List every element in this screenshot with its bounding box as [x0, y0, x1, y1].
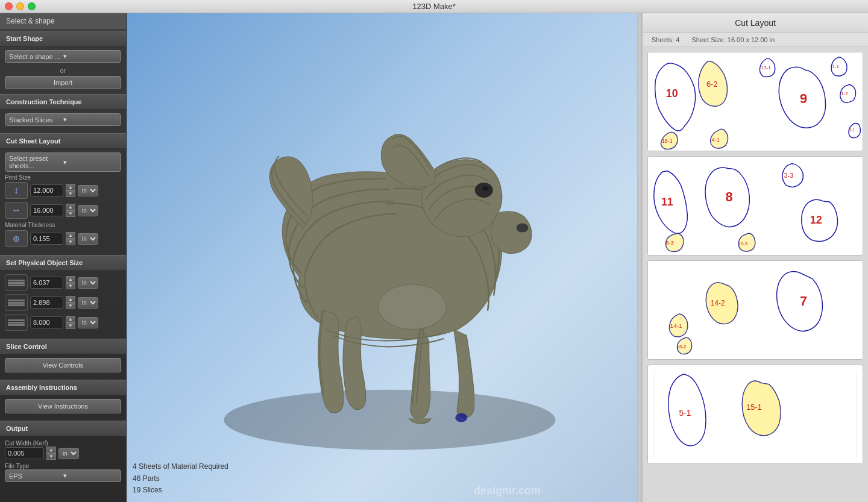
thickness-up-button[interactable]: ▲	[66, 232, 75, 239]
preset-dropdown-arrow: ▾	[63, 158, 118, 166]
dog-container	[127, 13, 637, 502]
y-stepper: ▲ ▼	[66, 296, 75, 309]
y-size-input[interactable]	[30, 296, 63, 309]
start-shape-content: Select a shape ... ▾ or Import	[0, 46, 126, 93]
file-type-row: EPS ▾	[5, 469, 121, 482]
sheet-3[interactable]: 7 14-2 14-1 16-2	[647, 260, 863, 360]
width-up-button[interactable]: ▲	[66, 204, 75, 210]
svg-text:14-2: 14-2	[711, 299, 725, 307]
section-assembly: Assembly Instructions	[0, 380, 126, 395]
shadow	[224, 389, 555, 450]
svg-point-4	[378, 284, 446, 329]
file-type-arrow: ▾	[63, 472, 118, 480]
y-down-button[interactable]: ▼	[66, 303, 75, 309]
sheet-4[interactable]: 5-1 15-1	[647, 365, 863, 464]
cut-width-down-button[interactable]: ▼	[46, 453, 56, 460]
svg-text:7: 7	[800, 293, 807, 309]
thickness-icon	[5, 230, 28, 247]
y-unit-select[interactable]: in mm	[78, 297, 98, 309]
svg-text:1-1: 1-1	[832, 64, 838, 69]
y-input-row: ▲ ▼ in mm	[5, 294, 121, 311]
svg-text:3-3: 3-3	[784, 172, 793, 179]
z-size-input[interactable]	[30, 316, 63, 328]
svg-text:11: 11	[661, 196, 673, 208]
thickness-input[interactable]	[30, 233, 63, 245]
close-button[interactable]	[5, 2, 13, 10]
thickness-symbol-icon	[13, 233, 20, 244]
layout-sheets-container[interactable]: 10 6-2 9 16-1 4-1	[643, 47, 868, 502]
height-icon	[5, 182, 28, 199]
y-up-button[interactable]: ▲	[66, 296, 75, 303]
assembly-content: View Instructions	[0, 395, 126, 419]
svg-text:16-2: 16-2	[677, 344, 687, 350]
height-unit-select[interactable]: in mm	[78, 185, 98, 196]
svg-text:16-1: 16-1	[662, 138, 673, 144]
x-up-button[interactable]: ▲	[66, 276, 75, 283]
print-size-label: Print Size	[5, 174, 121, 181]
file-type-dropdown[interactable]: EPS ▾	[5, 469, 121, 482]
z-up-button[interactable]: ▲	[66, 316, 75, 322]
height-down-button[interactable]: ▼	[66, 190, 75, 197]
svg-text:13-1: 13-1	[761, 65, 771, 71]
minimize-button[interactable]	[16, 2, 24, 10]
section-output: Output	[0, 421, 126, 436]
height-up-button[interactable]: ▲	[66, 184, 75, 190]
cut-width-input[interactable]	[5, 447, 44, 459]
sidebar: Select & shape Start Shape Select a shap…	[0, 13, 127, 502]
or-text: or	[5, 65, 121, 76]
right-panel: Cut Layout Sheets: 4 Sheet Size: 16.00 x…	[642, 13, 868, 502]
construction-content: Stacked Slices ▾	[0, 110, 126, 132]
resize-divider[interactable]	[637, 13, 642, 502]
z-unit-select[interactable]: in mm	[78, 317, 98, 328]
height-input[interactable]	[30, 184, 63, 196]
height-input-row: ▲ ▼ in mm	[5, 182, 121, 199]
maximize-button[interactable]	[28, 2, 36, 10]
dog-model-svg	[156, 47, 608, 469]
svg-text:9: 9	[800, 91, 807, 106]
svg-rect-5	[648, 52, 863, 151]
section-start-shape: Start Shape	[0, 31, 126, 46]
shape-dropdown[interactable]: Select a shape ... ▾	[5, 50, 121, 63]
svg-text:16-3: 16-3	[738, 241, 747, 246]
parts-count-text: 46 Parts	[133, 473, 228, 485]
x-input-row: ▲ ▼ in mm	[5, 274, 121, 291]
svg-text:10: 10	[666, 87, 678, 99]
shape-dropdown-arrow: ▾	[63, 52, 118, 60]
cut-width-unit-select[interactable]: in mm	[58, 448, 79, 459]
cut-width-up-button[interactable]: ▲	[46, 447, 56, 453]
stack-icon-z	[5, 314, 28, 331]
z-stepper: ▲ ▼	[66, 316, 75, 329]
thickness-stepper: ▲ ▼	[66, 232, 75, 245]
svg-text:14-1: 14-1	[670, 322, 682, 329]
sheet-1[interactable]: 10 6-2 9 16-1 4-1	[647, 52, 863, 151]
x-unit-select[interactable]: in mm	[78, 277, 98, 289]
width-stepper: ▲ ▼	[66, 204, 75, 217]
thickness-unit-select[interactable]: in mm	[78, 233, 98, 245]
cut-layout-title: Cut Layout	[643, 13, 868, 33]
svg-point-0	[516, 223, 528, 232]
x-stepper: ▲ ▼	[66, 276, 75, 289]
viewport-info: 4 Sheets of Material Required 46 Parts 1…	[133, 461, 228, 496]
physical-size-content: ▲ ▼ in mm ▲ ▼	[0, 271, 126, 337]
preset-sheets-dropdown[interactable]: Select preset sheets... ▾	[5, 152, 121, 172]
construction-dropdown[interactable]: Stacked Slices ▾	[5, 113, 121, 126]
view-instructions-button[interactable]: View Instructions	[5, 399, 121, 413]
sheet-2[interactable]: 11 8 3-3 12 6-3	[647, 156, 863, 256]
svg-text:9-1: 9-1	[849, 128, 855, 132]
width-unit-select[interactable]: in mm	[78, 205, 98, 216]
x-down-button[interactable]: ▼	[66, 283, 75, 289]
thickness-input-row: ▲ ▼ in mm	[5, 230, 121, 247]
import-button[interactable]: Import	[5, 76, 121, 89]
cut-width-input-row: ▲ ▼ in mm	[5, 447, 121, 460]
svg-text:15-1: 15-1	[746, 403, 762, 412]
width-down-button[interactable]: ▼	[66, 210, 75, 217]
window-title: 123D Make*	[412, 2, 456, 11]
z-down-button[interactable]: ▼	[66, 322, 75, 329]
width-input[interactable]	[30, 204, 63, 216]
title-bar: 123D Make*	[0, 0, 868, 13]
x-size-input[interactable]	[30, 277, 63, 289]
view-controls-button[interactable]: View Controls	[5, 358, 121, 372]
viewport[interactable]: 4 Sheets of Material Required 46 Parts 1…	[127, 13, 637, 502]
thickness-down-button[interactable]: ▼	[66, 239, 75, 245]
svg-text:4-1: 4-1	[712, 137, 720, 143]
